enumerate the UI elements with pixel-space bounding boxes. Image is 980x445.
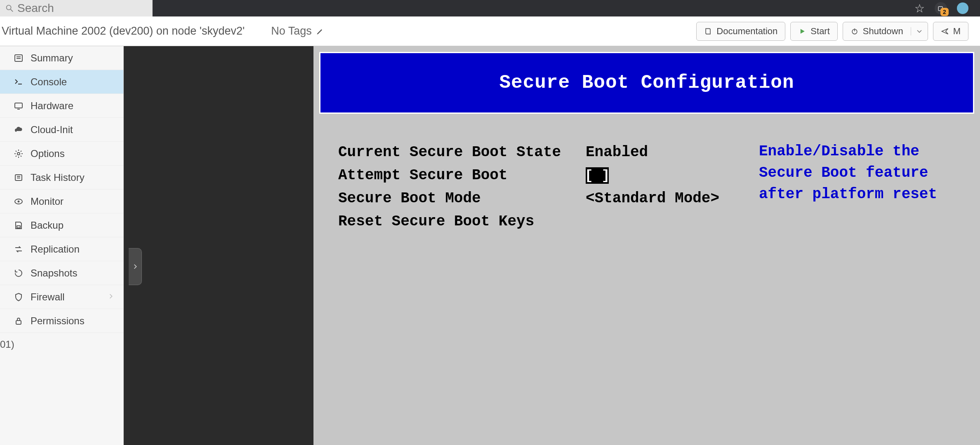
sidebar-item-label: Cloud-Init [31, 124, 73, 136]
sidebar-item-label: Options [31, 148, 65, 159]
sidebar-item-label: Task History [31, 172, 85, 183]
shield-icon [13, 292, 24, 302]
shutdown-button[interactable]: Shutdown [843, 22, 928, 41]
bios-screen[interactable]: Secure Boot Configuration Current Secure… [313, 46, 980, 445]
lock-icon [13, 316, 24, 326]
svg-point-0 [7, 5, 11, 10]
sidebar-item-snapshots[interactable]: Snapshots [0, 261, 123, 285]
sidebar-item-label: Permissions [31, 315, 85, 327]
sidebar-item-label: Snapshots [31, 267, 77, 279]
sidebar-item-monitor[interactable]: Monitor [0, 190, 123, 213]
bios-values: Enabled [ ] <Standard Mode> [586, 141, 759, 445]
start-label: Start [810, 26, 829, 37]
gear-icon [13, 148, 24, 159]
book-icon [704, 27, 712, 35]
bios-help-line: Enable/Disable the [759, 141, 968, 162]
svg-rect-18 [16, 321, 21, 324]
floppy-icon [13, 220, 24, 231]
bios-help-pane: Enable/Disable the Secure Boot feature a… [759, 141, 968, 445]
more-label-cut: M [953, 26, 961, 37]
sidebar-item-permissions[interactable]: Permissions [0, 309, 123, 333]
more-button-cut[interactable]: M [933, 22, 968, 41]
sidebar-item-options[interactable]: Options [0, 142, 123, 166]
cloud-icon [13, 124, 24, 135]
bios-row-value[interactable]: <Standard Mode> [586, 187, 759, 210]
sidebar-item-backup[interactable]: Backup [0, 213, 123, 237]
eye-icon [13, 196, 24, 207]
documentation-button[interactable]: Documentation [696, 22, 785, 41]
tasks-icon [13, 172, 24, 183]
no-tags-label: No Tags [271, 25, 312, 37]
svg-rect-17 [17, 226, 20, 228]
sidebar-item-hardware[interactable]: Hardware [0, 94, 123, 118]
play-icon [798, 27, 806, 35]
browser-top-bar: Search ☆ 2 [0, 0, 980, 16]
svg-point-11 [17, 152, 20, 155]
documentation-label: Documentation [716, 26, 777, 37]
tags-area[interactable]: No Tags [271, 25, 324, 37]
sidebar-item-label: Monitor [31, 196, 64, 207]
history-icon [13, 268, 24, 279]
sidebar-item-label: Replication [31, 244, 80, 255]
bios-help-line: Secure Boot feature [759, 162, 968, 184]
svg-line-1 [11, 9, 13, 12]
shutdown-caret[interactable] [911, 27, 923, 35]
bios-title: Secure Boot Configuration [499, 72, 794, 94]
bios-help-line: after platform reset [759, 184, 968, 205]
vm-sidebar: Summary Console Hardware Cloud-Init Opti… [0, 46, 124, 445]
bookmark-star-icon[interactable]: ☆ [914, 2, 925, 15]
bios-row-label[interactable]: Attempt Secure Boot [338, 164, 586, 187]
power-icon [850, 27, 859, 35]
extensions-button[interactable]: 2 [935, 2, 947, 14]
header-actions: Documentation Start Shutdown M [696, 22, 968, 41]
bios-row-label[interactable]: Reset Secure Boot Keys [338, 210, 586, 233]
edit-tags-icon[interactable] [316, 27, 324, 35]
sidebar-item-summary[interactable]: Summary [0, 46, 123, 70]
bios-row-label[interactable]: Secure Boot Mode [338, 187, 586, 210]
sidebar-item-cloud-init[interactable]: Cloud-Init [0, 118, 123, 142]
bios-row-label: Current Secure Boot State [338, 141, 586, 164]
svg-point-16 [18, 200, 20, 202]
content-header: Virtual Machine 2002 (dev200) on node 's… [0, 16, 980, 46]
search-icon [5, 4, 14, 13]
bios-checkbox[interactable]: [ ] [586, 167, 609, 184]
shutdown-label: Shutdown [863, 26, 903, 37]
sidebar-item-label: Hardware [31, 100, 73, 112]
sidebar-item-label: Firewall [31, 291, 65, 303]
chevron-down-icon [915, 27, 923, 35]
list-icon [13, 53, 24, 63]
svg-rect-9 [15, 103, 22, 108]
start-button[interactable]: Start [790, 22, 837, 41]
sidebar-item-label: Console [31, 76, 67, 88]
arrows-icon [13, 244, 24, 255]
bios-row-value: Enabled [586, 141, 759, 164]
tree-stub-label: 01) [0, 339, 14, 350]
profile-avatar-icon[interactable] [957, 2, 968, 14]
bios-labels: Current Secure Boot State Attempt Secure… [338, 141, 586, 445]
terminal-icon [13, 77, 24, 87]
bios-title-bar: Secure Boot Configuration [319, 52, 974, 114]
browser-search-placeholder: Search [17, 2, 54, 15]
sidebar-item-firewall[interactable]: Firewall [0, 285, 123, 309]
chevron-right-icon [131, 262, 139, 271]
sidebar-item-label: Summary [31, 52, 73, 64]
sidebar-item-console[interactable]: Console [0, 70, 123, 94]
sidebar-item-label: Backup [31, 220, 64, 231]
monitor-icon [13, 101, 24, 111]
sidebar-item-task-history[interactable]: Task History [0, 166, 123, 190]
novnc-panel-handle[interactable] [129, 248, 142, 285]
chevron-right-icon [107, 291, 115, 303]
page-title: Virtual Machine 2002 (dev200) on node 's… [0, 25, 245, 37]
sidebar-item-replication[interactable]: Replication [0, 237, 123, 261]
send-icon [941, 27, 949, 35]
bios-body: Current Secure Boot State Attempt Secure… [313, 124, 980, 445]
bios-row-value[interactable]: [ ] [586, 164, 759, 187]
browser-search-input[interactable]: Search [0, 0, 153, 16]
extensions-badge: 2 [940, 8, 949, 16]
console-area[interactable]: Secure Boot Configuration Current Secure… [124, 46, 980, 445]
